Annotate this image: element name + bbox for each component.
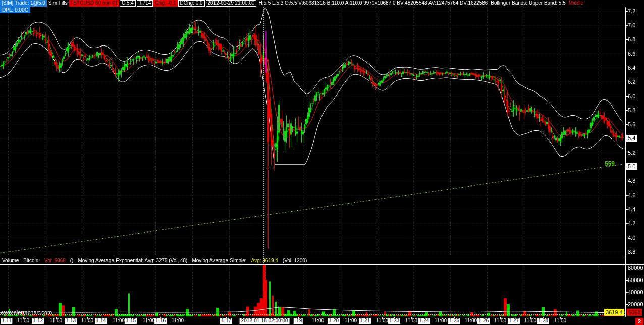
price-axis-label: 4.2	[628, 220, 635, 226]
time-axis-label-date: 1-12	[32, 318, 44, 324]
chart-status-bar: [SIM] Trade: 1@5.0Sim Fills! BTCUSD 60 m…	[0, 0, 644, 7]
volume-header-segment: Moving Average-Exponential: Avg: 3275 (V…	[78, 258, 187, 263]
price-axis-label: 6.0	[628, 93, 635, 99]
time-axis-label-time: 11:00	[113, 318, 125, 324]
time-axis-label-date: 1-21	[359, 318, 371, 324]
volume-header-segment: Moving Average-Simple:	[192, 258, 246, 263]
time-axis-label-time: 11:00	[435, 318, 447, 324]
time-axis-label-time: 11:00	[524, 318, 536, 324]
time-axis-label-time: 11:00	[50, 318, 62, 324]
price-axis-label: 6.8	[628, 36, 635, 42]
status-segment-plain: Bollinger Bands: Upper Band: 5.5	[489, 0, 567, 7]
status-segment-boxed: C:5.4	[120, 0, 136, 7]
time-axis-label-date: 1-25	[448, 318, 460, 324]
volume-header-segment: (Vol, 1200)	[283, 258, 307, 263]
price-axis-label: 4.0	[628, 235, 635, 241]
price-axis-label: 6.2	[628, 79, 635, 85]
time-axis-label-time: 11:00	[554, 318, 566, 324]
time-axis-label-date: 1-26	[477, 318, 490, 324]
price-axis-label: 4.8	[628, 178, 635, 184]
volume-panel-header: Volume - Bitcoin:Vol: 6068()Moving Avera…	[0, 256, 644, 264]
time-axis-label-time: 11:00	[17, 318, 29, 324]
price-axis-label: 5.6	[628, 121, 635, 127]
volume-sma-value-box: 3619.4	[604, 309, 624, 316]
dpl-label: DPL: 0.00C	[0, 7, 30, 13]
price-axis-highlight-box: 5.4	[626, 135, 637, 142]
price-axis-highlight-box: 5.0	[626, 163, 637, 170]
price-axis-label: 4.4	[628, 206, 635, 212]
status-segment-red-text: Middle	[567, 0, 585, 7]
status-segment-boxed: 2012-01-29 21:00:00	[206, 0, 257, 7]
status-segment-plain: Sim Fills	[47, 0, 69, 7]
time-axis[interactable]: 1-1111:001-1211:001-1311:001-1411:001-15…	[0, 317, 644, 325]
time-axis-label-time: 11:00	[465, 318, 477, 324]
price-axis-label: 4.6	[628, 192, 635, 198]
time-axis-label-date: 1-16	[154, 318, 167, 324]
time-axis-label-time: 11:00	[405, 318, 417, 324]
sierrachart-watermark: www.sierrachart.com	[1, 309, 52, 316]
time-axis-label-date: 1-17	[220, 318, 232, 324]
status-segment-boxed: DChg: 0.0	[178, 0, 205, 7]
volume-header-segment: Volume - Bitcoin:	[2, 258, 40, 263]
status-segment-sim: [SIM] Trade: 1@5.0	[0, 0, 47, 7]
status-segment-alert: ! BTCUSD 60 min #1	[69, 0, 119, 7]
price-axis-label: 3.8	[628, 249, 635, 255]
trendline-value-label: 559	[605, 161, 615, 167]
price-axis-label: 5.2	[628, 150, 635, 156]
sierra-chart-window: [SIM] Trade: 1@5.0Sim Fills! BTCUSD 60 m…	[0, 0, 644, 325]
chart-canvas[interactable]	[0, 0, 644, 325]
price-axis-label: 6.4	[628, 65, 635, 71]
volume-header-segment: ()	[70, 258, 74, 263]
time-axis-label-time: 11:00	[143, 318, 155, 324]
volume-axis-label: 40000	[628, 289, 643, 295]
volume-axis-label: 80000	[628, 265, 643, 271]
time-axis-label-date: 1-20	[328, 318, 340, 324]
time-axis-label-time: 11:00	[81, 318, 93, 324]
volume-last-value-box: 6068	[627, 309, 642, 316]
time-axis-label-date: 1-15	[125, 318, 137, 324]
time-axis-label-time: 11:00	[172, 318, 184, 324]
time-axis-label-date: 1-24	[418, 318, 430, 324]
status-segment-boxed: T:714	[137, 0, 153, 7]
time-axis-label-date: 1-23	[388, 318, 400, 324]
time-axis-label-date: 1-14	[95, 318, 107, 324]
time-axis-label-date: 1-27	[508, 318, 520, 324]
time-axis-label-time: 11:00	[312, 318, 324, 324]
time-axis-label-date: 1-13	[65, 318, 77, 324]
price-axis-label: 7.2	[628, 8, 635, 14]
time-axis-label-date: 1-28	[537, 318, 549, 324]
time-axis-label-time: 11:00	[376, 318, 388, 324]
volume-header-segment: Vol: 6068	[44, 258, 66, 263]
volume-axis-label: 20000	[628, 301, 643, 307]
price-axis-label: 5.8	[628, 107, 635, 113]
time-axis-label-time: 11:00	[345, 318, 357, 324]
volume-header-segment: Avg: 3619.4	[251, 258, 278, 263]
price-axis-label: 7.0	[628, 22, 635, 28]
time-axis-label-date: 1-11	[1, 318, 12, 324]
time-axis-label-time: 11:00	[494, 318, 506, 324]
status-segment-plain: H:5.5 L:5.3 O:5.5 V:60681316 B:110.0 A:1…	[257, 0, 489, 7]
time-axis-label-highlight: 2012-01-18 02:00:00	[240, 318, 290, 324]
price-axis-label: 6.6	[628, 51, 635, 57]
volume-axis-label: 60000	[628, 277, 643, 283]
time-axis-label-date: -19	[294, 318, 303, 324]
status-segment-alert: Chg: -0.1	[153, 0, 177, 7]
